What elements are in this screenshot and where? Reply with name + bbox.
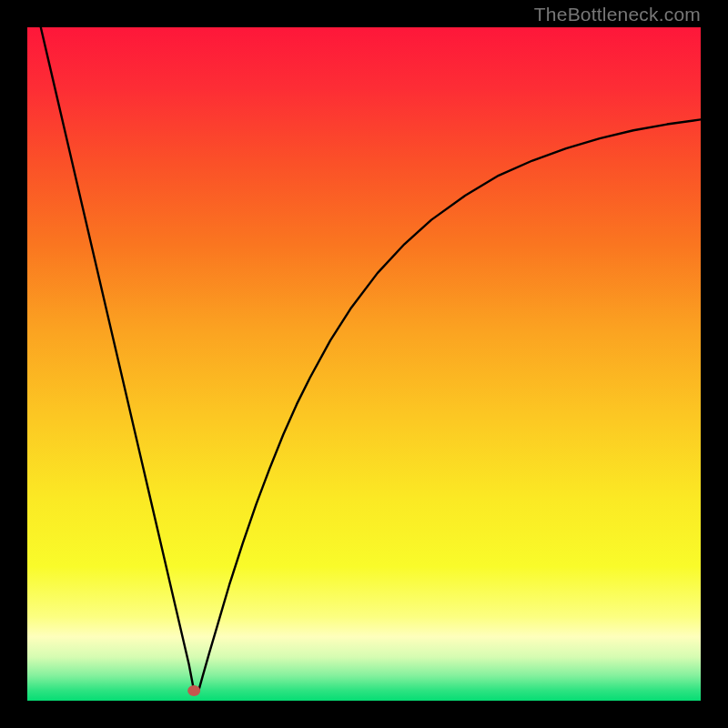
bottleneck-chart (27, 27, 701, 701)
optimal-marker (187, 685, 200, 696)
gradient-background (27, 27, 701, 701)
watermark-label: TheBottleneck.com (534, 4, 701, 25)
